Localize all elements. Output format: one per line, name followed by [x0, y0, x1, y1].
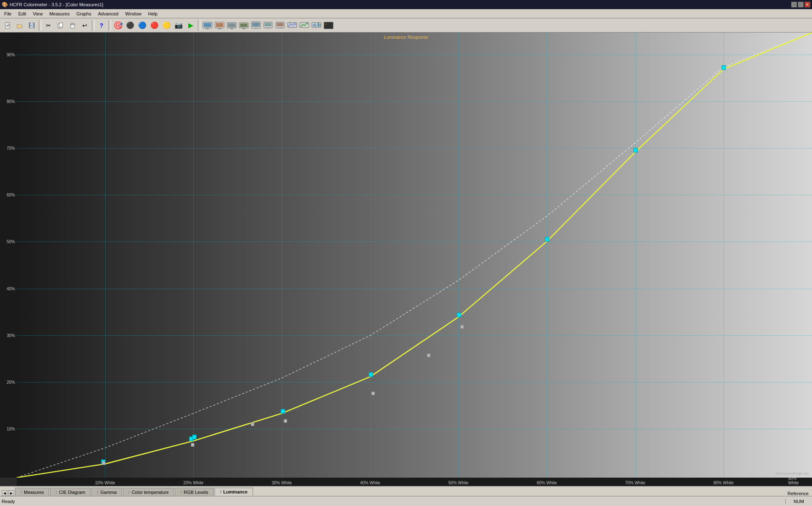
- status-bar: Ready NUM: [0, 496, 812, 506]
- display-icon-9[interactable]: [298, 20, 310, 31]
- tab-nav-next[interactable]: ▶: [8, 490, 14, 496]
- menu-advanced[interactable]: Advanced: [95, 9, 122, 18]
- svg-rect-28: [265, 23, 271, 26]
- x-label-20: 20% White: [183, 481, 203, 485]
- restore-button[interactable]: □: [798, 2, 804, 8]
- color-black-button[interactable]: ⚫: [124, 20, 136, 31]
- display-icon-1[interactable]: [202, 20, 213, 31]
- svg-rect-19: [228, 23, 235, 27]
- status-text: Ready: [2, 499, 785, 504]
- svg-rect-40: [319, 24, 321, 27]
- tab-gamma[interactable]: Gamma: [91, 488, 122, 496]
- paste-button[interactable]: [67, 20, 78, 31]
- svg-rect-7: [59, 23, 63, 27]
- tab-gamma-label: Gamma: [100, 490, 116, 495]
- tab-measures[interactable]: Measures: [15, 488, 49, 496]
- ref-point-6: [460, 325, 463, 329]
- help-button[interactable]: ?: [96, 20, 107, 31]
- x-label-90: 90% White: [788, 476, 804, 485]
- cut-button[interactable]: ✂: [43, 20, 54, 31]
- tab-luminance[interactable]: Luminance: [215, 488, 253, 496]
- svg-rect-45: [325, 23, 326, 23]
- menu-bar: File Edit View Measures Graphs Advanced …: [0, 9, 812, 18]
- svg-rect-25: [252, 23, 260, 27]
- datapoint-2: [192, 435, 196, 439]
- menu-view[interactable]: View: [30, 9, 46, 18]
- menu-measures[interactable]: Measures: [46, 9, 73, 18]
- menu-help[interactable]: Help: [145, 9, 161, 18]
- title-bar-controls[interactable]: ─ □ ✕: [791, 2, 810, 8]
- display-icon-6[interactable]: [262, 20, 274, 31]
- tab-color-temp-label: Color temperature: [132, 490, 169, 495]
- separator-4: [198, 20, 200, 31]
- snapshot-button[interactable]: 📷: [173, 20, 185, 31]
- new-button[interactable]: [2, 20, 13, 31]
- save-button[interactable]: [26, 20, 38, 31]
- reference-text: Reference: [787, 491, 809, 496]
- svg-rect-15: [216, 23, 223, 27]
- status-num: NUM: [785, 499, 810, 504]
- color-blue-button[interactable]: 🔵: [137, 20, 148, 31]
- tab-luminance-label: Luminance: [223, 489, 248, 494]
- svg-point-26: [255, 27, 257, 28]
- measured-line: [17, 33, 812, 478]
- svg-rect-39: [318, 23, 319, 27]
- display-icon-5[interactable]: [250, 20, 262, 31]
- play-button[interactable]: ▶: [185, 20, 197, 31]
- title-bar: 🎨 HCFR Colorimeter - 3.5.2 - [Color Meas…: [0, 0, 812, 9]
- display-icon-7[interactable]: [274, 20, 286, 31]
- display-icon-4[interactable]: [238, 20, 250, 31]
- svg-rect-16: [219, 28, 220, 29]
- display-icon-11[interactable]: [323, 20, 334, 31]
- x-label-80: 80% White: [713, 481, 734, 485]
- tab-cie-diagram[interactable]: CIE Diagram: [50, 488, 91, 496]
- display-icon-3[interactable]: [226, 20, 238, 31]
- separator-1: [39, 20, 41, 31]
- y-label-20: 20%: [7, 380, 15, 384]
- datapoint-8: [722, 65, 726, 70]
- copy-button[interactable]: [55, 20, 66, 31]
- svg-rect-11: [204, 23, 211, 27]
- tab-color-temperature[interactable]: Color temperature: [123, 488, 174, 496]
- display-icon-8[interactable]: [286, 20, 298, 31]
- toolbar: ✂ ↩ ? 🎯 ⚫ 🔵 🔴 🟡 📷 ▶: [0, 18, 812, 33]
- menu-window[interactable]: Window: [122, 9, 145, 18]
- svg-rect-46: [325, 24, 327, 25]
- display-icon-10[interactable]: [311, 20, 322, 31]
- minimize-button[interactable]: ─: [791, 2, 797, 8]
- chart-title: Luminance Response: [384, 35, 428, 40]
- menu-edit[interactable]: Edit: [15, 9, 30, 18]
- datapoint-4: [369, 373, 373, 377]
- y-label-10: 10%: [7, 426, 15, 431]
- x-label-40: 40% White: [360, 481, 380, 485]
- color-yellow-button[interactable]: 🟡: [161, 20, 172, 31]
- menu-file[interactable]: File: [1, 9, 15, 18]
- chart-area: Luminance Response 90% 80% 70% 60% 50% 4…: [0, 33, 812, 486]
- x-axis: 10% White 20% White 30% White 40% White …: [17, 478, 812, 486]
- svg-rect-17: [218, 29, 222, 29]
- svg-rect-31: [277, 23, 283, 26]
- tab-nav-prev[interactable]: ◀: [2, 490, 8, 496]
- undo-button[interactable]: ↩: [79, 20, 91, 31]
- source-text: hcfr.sourceforge.net: [775, 471, 809, 476]
- colorimeter-button[interactable]: 🎯: [112, 20, 124, 31]
- x-label-10: 10% White: [95, 481, 115, 485]
- tab-measures-label: Measures: [24, 490, 44, 495]
- x-label-60: 60% White: [537, 481, 557, 485]
- tab-rgb-label: RGB Levels: [184, 490, 208, 495]
- display-icon-2[interactable]: [214, 20, 225, 31]
- tab-bar: ◀ ▶ Measures CIE Diagram Gamma Color tem…: [0, 486, 812, 496]
- color-red-button[interactable]: 🔴: [149, 20, 160, 31]
- chart-svg: [17, 33, 812, 478]
- svg-rect-23: [243, 28, 245, 29]
- separator-3: [109, 20, 111, 31]
- menu-graphs[interactable]: Graphs: [73, 9, 95, 18]
- svg-rect-9: [71, 23, 74, 25]
- ref-point-2: [251, 423, 254, 426]
- close-button[interactable]: ✕: [804, 2, 810, 8]
- y-label-70: 70%: [7, 146, 15, 151]
- svg-rect-12: [207, 28, 208, 29]
- open-button[interactable]: [14, 20, 25, 31]
- y-label-30: 30%: [7, 333, 15, 337]
- tab-rgb-levels[interactable]: RGB Levels: [175, 488, 214, 496]
